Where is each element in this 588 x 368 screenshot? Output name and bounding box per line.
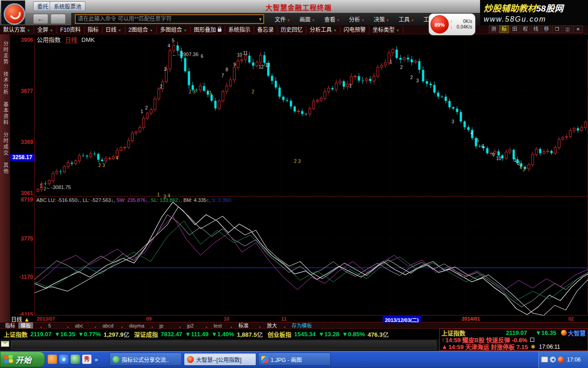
svg-text:2: 2 bbox=[98, 163, 101, 168]
internet-explorer-icon[interactable]: e bbox=[59, 355, 68, 364]
bottom-tab-jp[interactable]: jp bbox=[157, 322, 166, 329]
tool-icon-权[interactable]: 权 bbox=[520, 25, 530, 33]
task-button[interactable]: 大智慧--[公用指数] bbox=[184, 353, 256, 366]
tool-icon-田[interactable]: 田 bbox=[510, 25, 520, 33]
command-input[interactable]: 请在此输入命令 可以用**匹配任意字符 ▼ bbox=[75, 14, 264, 24]
toolbar-item-3[interactable]: F10资料 bbox=[57, 26, 85, 34]
bottom-tab-标准[interactable]: 标准 bbox=[236, 322, 251, 329]
toolbar-item-2[interactable]: 全屏▼ bbox=[34, 26, 57, 34]
sidebar-tab-4[interactable]: 分时成交 bbox=[2, 132, 9, 156]
split-icon[interactable]: ◫ bbox=[563, 25, 572, 33]
svg-text:3: 3 bbox=[298, 159, 301, 164]
svg-text:10: 10 bbox=[496, 156, 502, 161]
bottom-tab-5[interactable]: 5 bbox=[46, 322, 53, 329]
mail-icon[interactable] bbox=[1, 341, 9, 347]
menu-item-6[interactable]: 工具▼ bbox=[394, 15, 419, 23]
toolbar-item-12[interactable]: 分析工具▼ bbox=[306, 26, 340, 34]
tool-icon-测[interactable]: 测 bbox=[489, 25, 498, 33]
chart-period[interactable]: 日线 bbox=[65, 36, 77, 44]
system-tray: ◄ 17:06 bbox=[538, 351, 588, 368]
forward-button[interactable]: → bbox=[51, 14, 66, 24]
toolbar-item-7[interactable]: 多图组合▼ bbox=[157, 26, 191, 34]
svg-text:4: 4 bbox=[116, 155, 119, 161]
price-label: 3677 bbox=[21, 88, 33, 94]
toolbar-item-8[interactable]: 图形叠加 bbox=[191, 26, 225, 34]
gear-icon[interactable]: ✱ bbox=[531, 344, 535, 350]
chevron-down-icon: ▼ bbox=[118, 29, 122, 33]
menu-item-2[interactable]: 画面▼ bbox=[295, 15, 320, 23]
menu-item-3[interactable]: 查看▼ bbox=[320, 15, 345, 23]
sidebar-tab-5[interactable]: 其他 bbox=[2, 162, 9, 174]
square-icon[interactable] bbox=[530, 338, 534, 342]
quick-launch-more-icon[interactable]: » bbox=[95, 356, 98, 363]
svg-text:←--3907.36: ←--3907.36 bbox=[172, 52, 198, 57]
date-axis: 2013/070910112013/12/03(二)2014/0102 bbox=[10, 316, 588, 322]
index-value: 7832.47 bbox=[161, 331, 182, 338]
svg-text:1: 1 bbox=[519, 164, 522, 169]
bottom-tab-test[interactable]: test bbox=[211, 322, 224, 329]
sidebar-tab-1[interactable]: 分时走势 bbox=[2, 41, 9, 65]
bottom-tab-abc[interactable]: abc bbox=[73, 322, 85, 329]
back-button[interactable]: ← bbox=[33, 14, 48, 24]
date-label: 09 bbox=[146, 316, 152, 322]
tool-icon-标[interactable]: 标 bbox=[499, 25, 509, 33]
svg-text:2: 2 bbox=[294, 159, 297, 164]
toolbar-item-4[interactable]: 指标 bbox=[85, 26, 102, 34]
keyboard-icon[interactable] bbox=[541, 356, 548, 362]
upload-speed: 0K/s bbox=[463, 19, 472, 24]
indicator-axis-label: -1170 bbox=[19, 274, 33, 280]
chevron-down-icon: ▼ bbox=[361, 18, 365, 23]
menu-item-4[interactable]: 分析▼ bbox=[345, 15, 369, 23]
start-button[interactable]: 开始 bbox=[0, 351, 45, 367]
app-shortcut-icon[interactable] bbox=[71, 355, 80, 364]
news-item[interactable]: ▲14:59 天津海运 封涨停板 7.15✱17:06:11 bbox=[440, 343, 588, 350]
toolbar-item-11[interactable]: 历史回忆 bbox=[277, 26, 306, 34]
toolbar-item-6[interactable]: 2图组合▼ bbox=[125, 26, 157, 34]
bottom-tab-模板[interactable]: 模板 bbox=[18, 322, 33, 329]
dzh-tray-icon[interactable] bbox=[558, 356, 564, 363]
download-speed: 0.04K/s bbox=[457, 24, 472, 30]
task-button[interactable]: 1.JPG - 画图 bbox=[258, 353, 331, 366]
bottom-tab-jp2[interactable]: jp2 bbox=[185, 322, 196, 329]
candlestick-chart[interactable]: ←--3907.36←-3081.75122345678910111213112… bbox=[34, 35, 588, 316]
show-desktop-icon[interactable]: 秀 bbox=[82, 355, 91, 364]
task-button[interactable]: 指标公式分享交流.. bbox=[109, 353, 182, 366]
toolbar-item-5[interactable]: 日线▼ bbox=[102, 26, 125, 34]
toolbar-item-13[interactable]: 闪电预警 bbox=[340, 26, 369, 34]
tab-separator bbox=[259, 327, 260, 328]
menu-item-5[interactable]: 决策▼ bbox=[369, 15, 394, 23]
sidebar-tab-3[interactable]: 基本资料 bbox=[2, 102, 9, 126]
bottom-tab-dayma[interactable]: dayma bbox=[127, 322, 147, 329]
svg-text:11: 11 bbox=[243, 51, 248, 56]
toolbar-item-14[interactable]: 坐标类型▼ bbox=[369, 26, 403, 34]
period-label[interactable]: 日线 ▲ bbox=[11, 315, 30, 323]
lock-icon bbox=[218, 29, 221, 32]
svg-text:6: 6 bbox=[201, 54, 204, 59]
chevron-down-icon: ▼ bbox=[336, 18, 340, 23]
chevron-down-icon: ▼ bbox=[411, 18, 414, 23]
command-placeholder: 请在此输入命令 可以用**匹配任意字符 bbox=[78, 16, 172, 22]
toolbar-item-9[interactable]: 系统指示 bbox=[225, 26, 254, 34]
menu-item-1[interactable]: 文件▼ bbox=[270, 15, 295, 23]
bottom-tab-abcd[interactable]: abcd bbox=[100, 322, 116, 329]
toolbar-item-10[interactable]: 备忘录 bbox=[254, 26, 277, 34]
restore-icon[interactable]: ❐ bbox=[552, 25, 562, 33]
news-text: 14:59 天津海运 封涨停板 7.15 bbox=[448, 342, 528, 351]
system-stock-pool-button[interactable]: 系统股票池 bbox=[50, 1, 85, 11]
close-icon[interactable]: ✕ bbox=[573, 25, 583, 33]
svg-text:3: 3 bbox=[416, 78, 419, 83]
dropdown-arrow-icon[interactable]: ▼ bbox=[258, 16, 262, 23]
bottom-tab-指标[interactable]: 指标 bbox=[3, 322, 17, 329]
sidebar-tab-2[interactable]: 技术分析 bbox=[2, 71, 9, 95]
chevron-down-icon: ▼ bbox=[149, 29, 153, 33]
language-bar-icon[interactable]: ◄ bbox=[550, 356, 556, 362]
tool-icon-移[interactable]: 移 bbox=[542, 25, 551, 33]
svg-text:1: 1 bbox=[349, 83, 352, 88]
toolbar-item-1[interactable]: 默认方案▼ bbox=[0, 26, 34, 34]
svg-text:12: 12 bbox=[259, 64, 264, 69]
price-axis: 390636773369306187193775-1170-61153258.1… bbox=[10, 34, 34, 316]
tool-icon-线[interactable]: 线 bbox=[531, 25, 541, 33]
bottom-tab-存为模板[interactable]: 存为模板 bbox=[289, 322, 314, 329]
bottom-tab-放大[interactable]: 放大 bbox=[265, 322, 279, 329]
messenger-icon[interactable] bbox=[48, 355, 57, 364]
